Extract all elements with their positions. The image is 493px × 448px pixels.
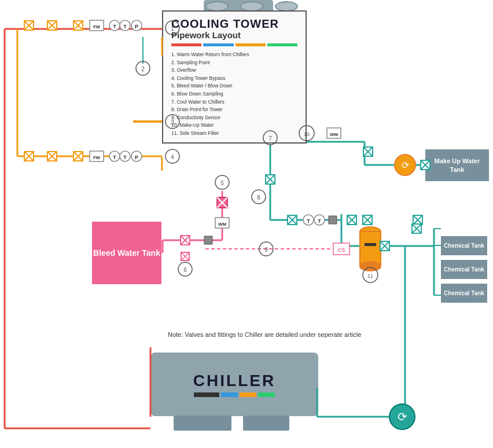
valve-to-makeup xyxy=(421,160,430,170)
svg-text:10: 10 xyxy=(304,131,310,137)
svg-text:9: 9 xyxy=(264,247,268,253)
svg-text:2: 2 xyxy=(141,66,145,72)
valve-makeup xyxy=(363,147,373,156)
valve-bot-1 xyxy=(24,152,34,161)
valve-chem-1 xyxy=(412,224,421,233)
circle-label-5: 5 xyxy=(215,175,229,189)
svg-rect-72 xyxy=(329,216,337,224)
svg-point-100 xyxy=(360,262,381,271)
valve-bot-2 xyxy=(47,152,57,161)
valve-teal-5 xyxy=(413,215,422,225)
circle-label-4: 4 xyxy=(165,149,179,163)
circle-label-8: 8 xyxy=(252,190,266,204)
svg-text:CS: CS xyxy=(338,247,345,253)
svg-text:T: T xyxy=(113,24,116,30)
valve-bleed-left-1 xyxy=(181,236,190,245)
valve-teal-4 xyxy=(363,215,372,225)
side-stream-filter xyxy=(360,227,381,271)
svg-rect-101 xyxy=(365,243,376,246)
p-sensor-top: P xyxy=(131,20,142,31)
sensor-sq-teal xyxy=(329,216,337,224)
t-sensor-bot-2: T xyxy=(120,151,130,161)
fm-label-bot: FM xyxy=(90,151,104,161)
svg-text:WM: WM xyxy=(330,132,339,137)
valve-top-1 xyxy=(24,21,34,30)
pump-makeup: ⟳ xyxy=(395,155,415,175)
svg-text:4: 4 xyxy=(171,154,174,160)
sensor-bleed xyxy=(204,236,212,244)
valve-drain-6 xyxy=(181,252,189,260)
t-sensor-top-2: T xyxy=(120,20,130,31)
valve-chem-2 xyxy=(380,241,389,251)
svg-text:1: 1 xyxy=(171,25,174,32)
pump-chiller: ⟳ xyxy=(389,404,415,429)
svg-text:⟳: ⟳ xyxy=(398,410,407,423)
circle-label-6: 6 xyxy=(178,262,192,276)
svg-text:5: 5 xyxy=(220,180,224,186)
svg-text:WM: WM xyxy=(218,222,227,227)
cs-sensor-box: CS xyxy=(333,243,349,255)
valve-top-3 xyxy=(73,21,83,30)
svg-text:6: 6 xyxy=(183,267,187,273)
svg-text:7: 7 xyxy=(268,135,272,142)
svg-text:T: T xyxy=(113,155,116,160)
svg-text:⟳: ⟳ xyxy=(402,160,410,170)
diagram-svg: FM T T P 1 FM T T xyxy=(0,0,493,448)
svg-text:T: T xyxy=(318,218,321,224)
circle-label-10: 10 xyxy=(299,126,314,141)
t-sensor-teal-2: T xyxy=(314,215,325,225)
t-sensor-top-1: T xyxy=(109,20,120,31)
wm-label-bleed: WM xyxy=(215,218,229,228)
svg-text:P: P xyxy=(135,24,138,30)
svg-text:11: 11 xyxy=(367,273,373,279)
svg-text:P: P xyxy=(135,155,138,160)
t-sensor-teal-1: T xyxy=(303,215,314,225)
svg-text:T: T xyxy=(123,24,127,30)
fm-label-top: FM xyxy=(90,20,104,31)
wm-label-makeup: WM xyxy=(327,128,341,138)
svg-rect-52 xyxy=(204,236,212,244)
svg-text:FM: FM xyxy=(93,24,100,30)
svg-text:8: 8 xyxy=(257,194,260,201)
svg-text:3: 3 xyxy=(171,119,174,126)
circle-label-7: 7 xyxy=(263,131,277,145)
valve-bot-3 xyxy=(73,152,83,161)
svg-text:T: T xyxy=(307,218,310,224)
svg-text:T: T xyxy=(123,155,127,160)
valve-teal-2 xyxy=(288,215,297,225)
t-sensor-bot-1: T xyxy=(109,151,120,161)
valve-teal-1 xyxy=(266,175,275,184)
valve-bleed-5 xyxy=(217,197,227,208)
p-sensor-bot: P xyxy=(131,151,142,161)
svg-text:FM: FM xyxy=(93,155,100,160)
valve-top-2 xyxy=(47,21,57,30)
valve-teal-3 xyxy=(347,215,356,225)
circle-label-3: 3 xyxy=(165,115,179,128)
circle-label-1: 1 xyxy=(165,21,179,35)
